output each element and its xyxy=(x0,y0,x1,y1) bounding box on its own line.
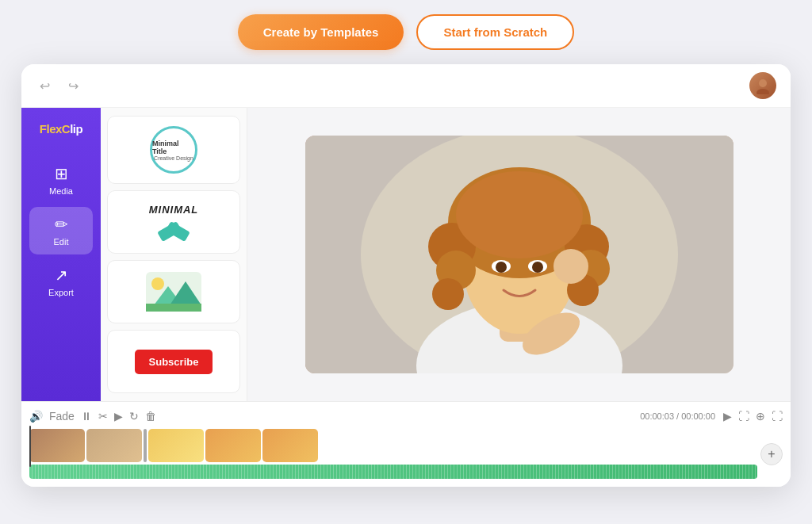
timeline-controls-right: ▶ ⛶ ⊕ ⛶ xyxy=(723,410,783,423)
svg-point-0 xyxy=(759,79,767,87)
timeline-controls: 🔊 Fade ⏸ ✂ ▶ ↻ 🗑 00:00:03 / 00:00:00 ▶ ⛶… xyxy=(29,407,783,426)
timeline-delete-icon[interactable]: 🗑 xyxy=(145,410,156,423)
card1-text2: Creative Design xyxy=(154,155,193,161)
svg-point-27 xyxy=(553,249,588,284)
track-thumb-5[interactable] xyxy=(262,429,318,462)
sidebar-item-edit-label: Edit xyxy=(54,237,69,247)
undo-button[interactable]: ↩ xyxy=(36,77,53,94)
timeline-scissors-icon[interactable]: ✂ xyxy=(98,410,108,423)
track-container xyxy=(29,429,757,479)
timeline-zoom-in-icon[interactable]: ⊕ xyxy=(756,410,765,423)
timeline-timestamp: 00:00:03 / 00:00:00 xyxy=(640,411,715,421)
timeline-pause-icon[interactable]: ⏸ xyxy=(81,410,92,423)
add-track-button[interactable]: + xyxy=(760,443,783,465)
timeline-speaker-icon[interactable]: 🔊 xyxy=(29,410,43,423)
timeline: 🔊 Fade ⏸ ✂ ▶ ↻ 🗑 00:00:03 / 00:00:00 ▶ ⛶… xyxy=(21,401,791,487)
card3-content xyxy=(146,272,201,312)
card1-circle: Minimal Title Creative Design xyxy=(150,126,197,174)
svg-rect-8 xyxy=(146,304,201,312)
video-area xyxy=(247,108,791,401)
timeline-expand-icon[interactable]: ⛶ xyxy=(772,410,783,423)
card1-content: Minimal Title Creative Design xyxy=(150,126,197,174)
create-templates-button[interactable]: Create by Templates xyxy=(238,14,404,50)
audio-waveform xyxy=(29,465,757,479)
elements-panel: Minimal Title Creative Design MINIMAL xyxy=(101,108,247,401)
playhead-indicator xyxy=(29,426,31,467)
content-area: FlexClip ⊞ Media ✏ Edit ↗ Export Minimal xyxy=(21,108,791,401)
track-thumb-1[interactable] xyxy=(29,429,85,462)
timeline-fullscreen-icon[interactable]: ⛶ xyxy=(738,410,749,423)
timeline-tracks: + xyxy=(29,426,783,482)
svg-rect-7 xyxy=(146,272,201,305)
svg-point-24 xyxy=(496,262,507,273)
toolbar: ↩ ↪ xyxy=(21,64,791,108)
start-scratch-button[interactable]: Start from Scratch xyxy=(416,14,574,50)
redo-button[interactable]: ↪ xyxy=(64,77,82,94)
subscribe-button-preview[interactable]: Subscribe xyxy=(135,350,213,374)
element-card-subscribe[interactable]: Subscribe xyxy=(107,330,240,393)
video-track xyxy=(29,429,757,462)
svg-point-21 xyxy=(456,171,583,258)
sidebar-item-media-label: Media xyxy=(49,186,73,196)
svg-point-1 xyxy=(756,89,769,94)
track-thumb-4[interactable] xyxy=(205,429,261,462)
timeline-fade-label[interactable]: Fade xyxy=(49,410,75,423)
svg-point-25 xyxy=(532,262,543,273)
card4-content: Subscribe xyxy=(135,350,213,374)
track-thumb-2[interactable] xyxy=(86,429,142,462)
sidebar-item-media[interactable]: ⊞ Media xyxy=(29,156,93,204)
timeline-play-pause-icon[interactable]: ▶ xyxy=(723,410,732,423)
element-card-landscape[interactable] xyxy=(107,260,240,323)
element-card-minimal-x[interactable]: MINIMAL xyxy=(107,190,240,254)
toolbar-left: ↩ ↪ xyxy=(36,77,82,94)
timeline-play-icon[interactable]: ▶ xyxy=(114,410,123,423)
audio-track xyxy=(29,465,757,479)
export-icon: ↗ xyxy=(55,266,68,285)
sidebar-item-edit[interactable]: ✏ Edit xyxy=(29,207,93,254)
user-avatar[interactable] xyxy=(749,72,776,99)
card1-text1: Minimal Title xyxy=(152,140,195,155)
card2-title: MINIMAL xyxy=(149,204,199,216)
logo-flex: Flex xyxy=(40,122,62,136)
video-preview-svg xyxy=(305,136,733,373)
edit-icon: ✏ xyxy=(55,215,68,234)
card2-x-shape xyxy=(154,217,193,241)
svg-point-17 xyxy=(432,278,464,310)
sidebar: FlexClip ⊞ Media ✏ Edit ↗ Export xyxy=(21,108,101,401)
video-preview xyxy=(305,136,733,373)
top-buttons-container: Create by Templates Start from Scratch xyxy=(238,14,575,50)
track-thumb-3[interactable] xyxy=(148,429,204,462)
app-logo: FlexClip xyxy=(40,122,82,136)
timeline-loop-icon[interactable]: ↻ xyxy=(129,410,139,423)
media-icon: ⊞ xyxy=(55,164,68,183)
app-window: ↩ ↪ FlexClip ⊞ Media ✏ Edit ↗ xyxy=(21,64,791,487)
timeline-controls-left: 🔊 Fade ⏸ ✂ ▶ ↻ 🗑 xyxy=(29,410,632,423)
element-card-minimal-title[interactable]: Minimal Title Creative Design xyxy=(107,116,240,184)
landscape-icon xyxy=(146,272,201,312)
card2-content: MINIMAL xyxy=(149,204,199,241)
track-divider xyxy=(144,429,147,462)
sidebar-item-export[interactable]: ↗ Export xyxy=(29,258,93,305)
sidebar-item-export-label: Export xyxy=(48,288,74,297)
